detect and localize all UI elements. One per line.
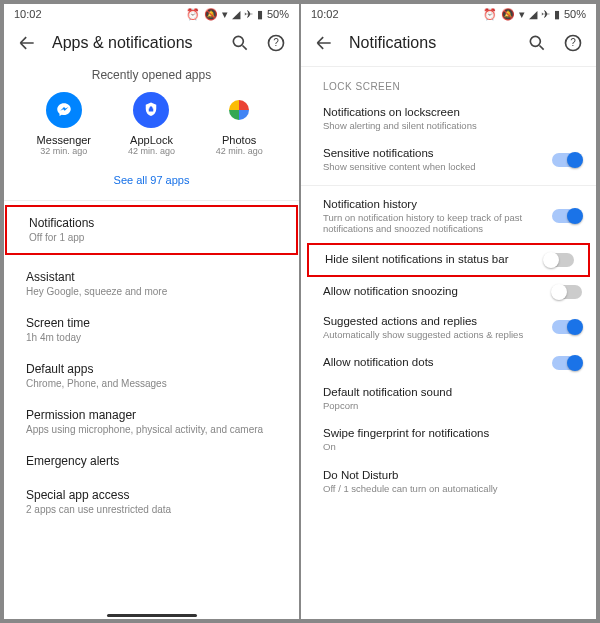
row-notifications[interactable]: Notifications Off for 1 app [7, 207, 296, 253]
row-special-app-access[interactable]: Special app access 2 apps can use unrest… [4, 479, 299, 525]
app-sub: 32 min. ago [40, 146, 87, 156]
row-label: Suggested actions and replies [323, 315, 544, 327]
battery-icon: ▮ [554, 8, 560, 21]
highlight-hide-silent: Hide silent notifications in status bar [307, 243, 590, 277]
svg-point-4 [530, 36, 540, 46]
see-all-apps-link[interactable]: See all 97 apps [4, 164, 299, 196]
app-tile-messenger[interactable]: Messenger 32 min. ago [24, 92, 104, 156]
toggle-snoozing[interactable] [552, 285, 582, 299]
svg-line-5 [540, 46, 544, 50]
phone-right: 10:02 ⏰ 🔕 ▾ ◢ ✈ ▮ 50% Notifications ? [301, 4, 596, 619]
help-button[interactable]: ? [562, 32, 584, 54]
status-icons: ⏰ 🔕 ▾ ◢ ✈ ▮ 50% [186, 8, 289, 21]
highlight-notifications: Notifications Off for 1 app [5, 205, 298, 255]
status-icons: ⏰ 🔕 ▾ ◢ ✈ ▮ 50% [483, 8, 586, 21]
row-label: Swipe fingerprint for notifications [323, 427, 574, 439]
app-tile-photos[interactable]: Photos 42 min. ago [199, 92, 279, 156]
row-sub: Off for 1 app [29, 232, 274, 244]
row-suggested-actions[interactable]: Suggested actions and replies Automatica… [301, 307, 596, 348]
app-tile-applock[interactable]: AppLock 42 min. ago [111, 92, 191, 156]
row-sensitive-notifications[interactable]: Sensitive notifications Show sensitive c… [301, 139, 596, 180]
app-sub: 42 min. ago [216, 146, 263, 156]
toggle-history[interactable] [552, 209, 582, 223]
content-right: LOCK SCREEN Notifications on lockscreen … [301, 71, 596, 619]
row-sub: Automatically show suggested actions & r… [323, 329, 544, 340]
row-swipe-fingerprint[interactable]: Swipe fingerprint for notifications On [301, 419, 596, 460]
row-sub: Popcorn [323, 400, 574, 411]
back-arrow-icon [314, 33, 334, 53]
row-sub: Apps using microphone, physical activity… [26, 424, 277, 436]
battery-icon: ▮ [257, 8, 263, 21]
row-default-apps[interactable]: Default apps Chrome, Phone, and Messages [4, 353, 299, 399]
row-permission-manager[interactable]: Permission manager Apps using microphone… [4, 399, 299, 445]
row-hide-silent[interactable]: Hide silent notifications in status bar [309, 245, 588, 275]
status-time: 10:02 [14, 8, 42, 20]
row-allow-snoozing[interactable]: Allow notification snoozing [301, 277, 596, 307]
status-time: 10:02 [311, 8, 339, 20]
back-button[interactable] [313, 32, 335, 54]
airplane-icon: ✈ [244, 8, 253, 21]
row-sub: Turn on notification history to keep tra… [323, 212, 544, 235]
row-label: Assistant [26, 270, 277, 284]
row-label: Default apps [26, 362, 277, 376]
signal-icon: ◢ [529, 8, 537, 21]
battery-text: 50% [564, 8, 586, 20]
alarm-icon: ⏰ [186, 8, 200, 21]
row-sub: Show sensitive content when locked [323, 161, 544, 172]
row-sub: 1h 4m today [26, 332, 277, 344]
svg-point-0 [233, 36, 243, 46]
recent-apps-row: Messenger 32 min. ago AppLock 42 min. ag… [4, 92, 299, 164]
row-emergency-alerts[interactable]: Emergency alerts [4, 445, 299, 479]
help-icon: ? [563, 33, 583, 53]
search-button[interactable] [229, 32, 251, 54]
row-default-sound[interactable]: Default notification sound Popcorn [301, 378, 596, 419]
row-notification-history[interactable]: Notification history Turn on notificatio… [301, 190, 596, 243]
gesture-bar[interactable] [107, 614, 197, 617]
row-label: Notifications on lockscreen [323, 106, 574, 118]
back-arrow-icon [17, 33, 37, 53]
toggle-suggested[interactable] [552, 320, 582, 334]
search-icon [527, 33, 547, 53]
photos-icon [221, 92, 257, 128]
status-bar: 10:02 ⏰ 🔕 ▾ ◢ ✈ ▮ 50% [301, 4, 596, 24]
row-sub: Chrome, Phone, and Messages [26, 378, 277, 390]
app-bar: Notifications ? [301, 24, 596, 62]
help-button[interactable]: ? [265, 32, 287, 54]
row-label: Emergency alerts [26, 454, 277, 468]
row-notifications-lockscreen[interactable]: Notifications on lockscreen Show alertin… [301, 98, 596, 139]
row-do-not-disturb[interactable]: Do Not Disturb Off / 1 schedule can turn… [301, 461, 596, 502]
row-label: Permission manager [26, 408, 277, 422]
row-sub: Show alerting and silent notifications [323, 120, 574, 131]
row-notification-dots[interactable]: Allow notification dots [301, 348, 596, 378]
row-assistant[interactable]: Assistant Hey Google, squeeze and more [4, 261, 299, 307]
content-left: Recently opened apps Messenger 32 min. a… [4, 62, 299, 610]
row-label: Special app access [26, 488, 277, 502]
toggle-dots[interactable] [552, 356, 582, 370]
phone-left: 10:02 ⏰ 🔕 ▾ ◢ ✈ ▮ 50% Apps & notificatio… [4, 4, 299, 619]
toggle-sensitive[interactable] [552, 153, 582, 167]
section-lock-screen: LOCK SCREEN [301, 71, 596, 98]
app-sub: 42 min. ago [128, 146, 175, 156]
row-label: Allow notification dots [323, 356, 544, 368]
row-label: Screen time [26, 316, 277, 330]
row-sub: 2 apps can use unrestricted data [26, 504, 277, 516]
status-bar: 10:02 ⏰ 🔕 ▾ ◢ ✈ ▮ 50% [4, 4, 299, 24]
row-sub: On [323, 441, 574, 452]
divider [4, 200, 299, 201]
app-name: AppLock [130, 134, 173, 146]
applock-icon [133, 92, 169, 128]
messenger-icon [46, 92, 82, 128]
row-label: Notification history [323, 198, 544, 210]
row-label: Default notification sound [323, 386, 574, 398]
row-screen-time[interactable]: Screen time 1h 4m today [4, 307, 299, 353]
toggle-hide-silent[interactable] [544, 253, 574, 267]
svg-text:?: ? [273, 37, 279, 48]
row-label: Notifications [29, 216, 274, 230]
mute-icon: 🔕 [204, 8, 218, 21]
back-button[interactable] [16, 32, 38, 54]
app-name: Photos [222, 134, 256, 146]
search-button[interactable] [526, 32, 548, 54]
row-sub: Hey Google, squeeze and more [26, 286, 277, 298]
divider [301, 66, 596, 67]
mute-icon: 🔕 [501, 8, 515, 21]
